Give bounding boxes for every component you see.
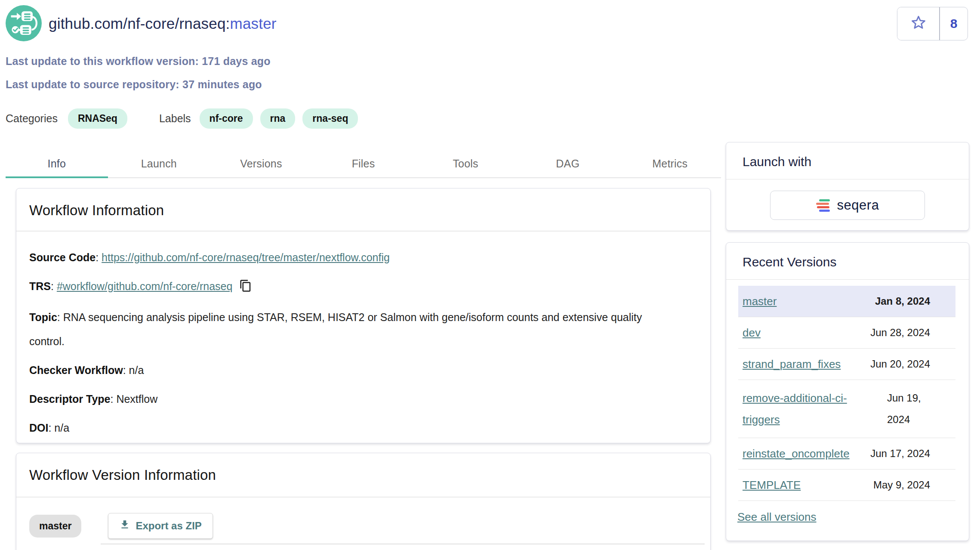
page-title: github.com/nf-core/rnaseq:master (49, 16, 277, 31)
separator: : (51, 280, 57, 292)
last-update-version-text: Last update to this workflow version: 17… (6, 55, 271, 68)
copy-icon[interactable] (239, 276, 252, 300)
version-date: Jun 17, 2024 (869, 445, 951, 462)
source-code-label: Source Code (29, 251, 96, 263)
workflow-version-information-card: Workflow Version Information master Expo… (16, 453, 711, 550)
version-date: Jun 19, 2024 (887, 387, 951, 430)
version-date: May 9, 2024 (869, 477, 951, 493)
topic-label: Topic (29, 311, 57, 323)
version-link[interactable]: master (743, 293, 777, 309)
version-date: Jun 20, 2024 (869, 356, 951, 372)
tab-info[interactable]: Info (6, 150, 108, 177)
version-table-top-divider (101, 544, 705, 544)
tab-launch[interactable]: Launch (108, 150, 210, 177)
separator: : (57, 311, 63, 323)
source-code-link[interactable]: https://github.com/nf-core/rnaseq/tree/m… (102, 251, 390, 263)
star-count: 8 (950, 16, 958, 31)
launch-with-card: Launch with seqera (726, 142, 969, 231)
trs-row: TRS: #workflow/github.com/nf-core/rnaseq (29, 274, 697, 300)
launch-with-seqera-button[interactable]: seqera (770, 191, 925, 220)
star-button-group: 8 (897, 7, 968, 40)
tab-versions[interactable]: Versions (210, 150, 312, 177)
version-row-master: master Jan 8, 2024 (738, 286, 955, 317)
trs-link[interactable]: #workflow/github.com/nf-core/rnaseq (57, 280, 233, 292)
launch-with-heading: Launch with (726, 142, 969, 179)
label-chip[interactable]: rna (260, 108, 296, 129)
label-chip[interactable]: nf-core (200, 108, 253, 129)
doi-label: DOI (29, 422, 48, 434)
version-row-dev: dev Jun 28, 2024 (738, 317, 955, 349)
separator: : (48, 422, 54, 434)
download-icon (119, 519, 130, 533)
version-row-strand-param-fixes: strand_param_fixes Jun 20, 2024 (738, 349, 955, 380)
tab-metrics[interactable]: Metrics (619, 150, 721, 177)
page-title-repo: github.com/nf-core/rnaseq: (49, 15, 230, 32)
star-button[interactable] (897, 7, 939, 40)
recent-versions-heading: Recent Versions (726, 243, 969, 280)
categories-label: Categories (6, 112, 58, 125)
tab-tools[interactable]: Tools (414, 150, 517, 177)
workflow-information-card: Workflow Information Source Code: https:… (16, 188, 711, 443)
separator: : (110, 393, 116, 405)
see-all-versions-link[interactable]: See all versions (737, 510, 817, 524)
version-date: Jan 8, 2024 (869, 293, 951, 309)
version-chip: master (29, 515, 81, 538)
version-date: Jun 28, 2024 (869, 324, 951, 341)
version-link[interactable]: remove-additional-ci-triggers (743, 387, 869, 430)
star-outline-icon (909, 14, 928, 34)
workflow-information-body: Source Code: https://github.com/nf-core/… (16, 232, 710, 440)
tab-dag[interactable]: DAG (517, 150, 619, 177)
tab-files[interactable]: Files (312, 150, 415, 177)
tab-bar: Info Launch Versions Files Tools DAG Met… (6, 150, 721, 178)
checker-workflow-label: Checker Workflow (29, 364, 123, 376)
workflow-version-information-body: master Export as ZIP (16, 497, 710, 539)
doi-row: DOI: n/a (29, 416, 697, 440)
version-link[interactable]: dev (743, 324, 761, 341)
version-row-template: TEMPLATE May 9, 2024 (738, 470, 955, 501)
export-as-zip-button[interactable]: Export as ZIP (108, 513, 213, 539)
topic-row: Topic: RNA sequencing analysis pipeline … (29, 305, 644, 353)
separator: : (123, 364, 129, 376)
star-count-badge[interactable]: 8 (939, 7, 968, 40)
category-chip[interactable]: RNASeq (68, 108, 127, 129)
workflow-information-heading: Workflow Information (16, 188, 710, 232)
seqera-logo-icon (816, 199, 831, 212)
doi-value: n/a (54, 422, 69, 434)
trs-label: TRS (29, 280, 51, 292)
seqera-label: seqera (837, 198, 879, 213)
recent-versions-list: master Jan 8, 2024 dev Jun 28, 2024 stra… (726, 280, 969, 501)
last-update-repo-text: Last update to source repository: 37 min… (6, 78, 262, 91)
version-row-remove-additional-ci-triggers: remove-additional-ci-triggers Jun 19, 20… (738, 380, 955, 438)
label-chip[interactable]: rna-seq (302, 108, 358, 129)
labels-label: Labels (159, 112, 191, 125)
source-code-row: Source Code: https://github.com/nf-core/… (29, 245, 697, 269)
workflow-page: github.com/nf-core/rnaseq:master 8 Last … (0, 0, 980, 550)
workflow-version-information-heading: Workflow Version Information (16, 453, 710, 497)
version-link[interactable]: strand_param_fixes (743, 356, 841, 372)
version-link[interactable]: TEMPLATE (743, 477, 801, 493)
export-as-zip-label: Export as ZIP (136, 520, 201, 532)
page-title-branch: master (230, 15, 277, 32)
topic-value: RNA sequencing analysis pipeline using S… (29, 311, 642, 347)
descriptor-type-label: Descriptor Type (29, 393, 110, 405)
dockstore-workflow-logo-icon (6, 5, 42, 41)
checker-workflow-row: Checker Workflow: n/a (29, 358, 697, 382)
version-link[interactable]: reinstate_oncomplete (743, 445, 850, 462)
descriptor-type-row: Descriptor Type: Nextflow (29, 387, 697, 411)
recent-versions-card: Recent Versions master Jan 8, 2024 dev J… (726, 242, 969, 541)
categories-labels-row: Categories RNASeq Labels nf-core rna rna… (6, 108, 358, 129)
version-row-reinstate-oncomplete: reinstate_oncomplete Jun 17, 2024 (738, 438, 955, 470)
separator: : (96, 251, 102, 263)
descriptor-type-value: Nextflow (116, 393, 157, 405)
checker-workflow-value: n/a (129, 364, 144, 376)
